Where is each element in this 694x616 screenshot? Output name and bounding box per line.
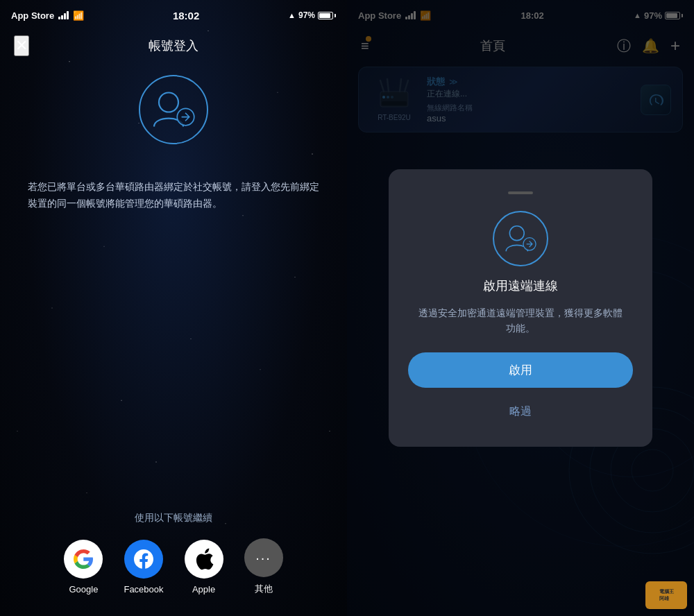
close-button[interactable]: ✕	[14, 35, 29, 56]
other-icon: ···	[255, 550, 271, 566]
facebook-icon-bg	[124, 540, 163, 579]
apple-label: Apple	[192, 584, 215, 594]
modal-card: 啟用遠端連線 透過安全加密通道遠端管理裝置，獲得更多軟體功能。 啟用 略過	[389, 169, 652, 447]
modal-drag-handle	[508, 191, 533, 194]
modal-overlay: 啟用遠端連線 透過安全加密通道遠端管理裝置，獲得更多軟體功能。 啟用 略過	[347, 0, 694, 616]
svg-point-15	[509, 225, 524, 240]
watermark-badge: 電腦王阿雄	[645, 581, 687, 609]
social-login-row: Google Facebook Apple	[64, 538, 282, 595]
signal-bar-2	[61, 15, 63, 19]
signal-bar-1	[58, 17, 60, 19]
facebook-label: Facebook	[124, 584, 163, 594]
watermark: 電腦王阿雄	[645, 581, 687, 609]
modal-skip-button[interactable]: 略過	[504, 399, 537, 425]
other-icon-bg: ···	[244, 538, 283, 577]
modal-title: 啟用遠端連線	[483, 277, 558, 294]
signal-bars	[58, 11, 69, 19]
google-icon	[72, 548, 94, 570]
left-status-right: ▲ 97%	[288, 10, 336, 20]
continue-label: 使用以下帳號繼續	[135, 512, 212, 524]
description-text: 若您已將單台或多台華碩路由器綁定於社交帳號，請登入您先前綁定裝置的同一個帳號將能…	[0, 158, 347, 233]
left-time: 18:02	[173, 10, 199, 22]
facebook-icon	[134, 549, 153, 569]
page-title: 帳號登入	[149, 37, 198, 54]
app-store-label: App Store	[11, 10, 54, 21]
signal-bar-4	[67, 11, 69, 19]
user-icon-area	[139, 75, 208, 144]
modal-description: 透過安全加密通道遠端管理裝置，獲得更多軟體功能。	[408, 305, 633, 336]
apple-icon	[194, 547, 214, 571]
left-content: ✕ 帳號登入 若您已將單台或多台華碩路由器綁定於社交帳號，請登入您先前綁定裝置的…	[0, 31, 347, 616]
location-icon: ▲	[288, 11, 296, 19]
google-login-item[interactable]: Google	[64, 540, 103, 594]
facebook-login-item[interactable]: Facebook	[124, 540, 163, 594]
apple-login-item[interactable]: Apple	[185, 540, 223, 594]
modal-user-svg	[502, 221, 539, 257]
other-login-item[interactable]: ··· 其他	[244, 538, 283, 595]
user-icon	[149, 85, 198, 134]
status-bar-left: App Store 📶	[11, 10, 84, 21]
modal-enable-button[interactable]: 啟用	[408, 352, 633, 388]
svg-point-0	[159, 93, 178, 112]
right-panel: App Store 📶 18:02 ▲ 97%	[347, 0, 694, 616]
wifi-icon: 📶	[73, 10, 84, 21]
right-content: App Store 📶 18:02 ▲ 97%	[347, 0, 694, 616]
other-label: 其他	[255, 583, 273, 595]
left-panel: App Store 📶 18:02 ▲ 97% ✕ 帳號登入	[0, 0, 347, 616]
battery-icon-left	[318, 12, 336, 19]
signal-bar-3	[64, 13, 66, 19]
battery-pct-left: 97%	[298, 10, 315, 20]
top-bar: ✕ 帳號登入	[0, 31, 347, 61]
modal-user-icon	[493, 211, 548, 266]
google-label: Google	[69, 584, 98, 594]
google-icon-bg	[64, 540, 103, 579]
apple-icon-bg	[185, 540, 223, 579]
left-status-bar: App Store 📶 18:02 ▲ 97%	[0, 0, 347, 31]
